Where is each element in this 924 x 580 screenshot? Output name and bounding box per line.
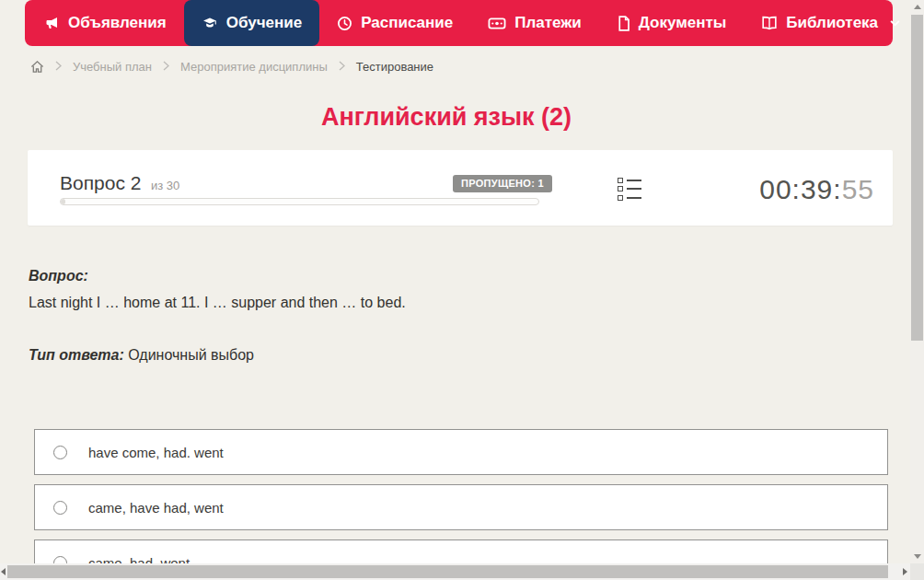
quiz-page: Объявления Обучение Расписание Платежи Д… [0,0,924,580]
answer-type-row: Тип ответа: Одиночный выбор [29,347,254,364]
horizontal-scrollbar[interactable] [0,563,910,580]
graduation-cap-icon [202,16,218,30]
nav-item-label: Расписание [361,14,453,32]
answer-option-1[interactable]: have come, had. went [34,429,888,475]
chevron-right-icon [55,60,62,74]
vertical-scrollbar-thumb[interactable] [911,15,923,341]
scroll-down-arrow[interactable] [914,554,921,559]
nav-item-library[interactable]: Библиотека [744,0,918,46]
timer-seconds: 55 [842,174,874,204]
megaphone-icon [44,16,60,30]
nav-item-documents[interactable]: Документы [599,0,745,46]
scroll-right-arrow[interactable] [903,568,907,575]
chevron-right-icon [339,60,345,74]
horizontal-scrollbar-thumb[interactable] [7,565,888,578]
nav-item-label: Платежи [514,14,582,32]
nav-item-label: Документы [639,14,727,32]
home-icon[interactable] [30,60,44,74]
timer-hours-minutes: 00:39: [759,174,841,204]
radio-button[interactable] [53,446,67,459]
nav-item-payments[interactable]: Платежи [470,0,599,46]
option-label: came, have had, went [88,500,224,516]
book-icon [761,16,778,30]
nav-item-label: Библиотека [786,14,878,32]
countdown-timer: 00:39:55 [759,174,874,205]
question-number: Вопрос 2 [60,172,141,193]
banknote-icon [488,17,506,30]
chevron-down-icon [890,19,900,27]
progress-fill [61,199,65,204]
main-navbar: Объявления Обучение Расписание Платежи Д… [25,0,893,46]
answer-options: have come, had. went came, have had, wen… [34,429,888,580]
question-text: Last night I … home at 11. I … supper an… [29,293,875,313]
scroll-left-arrow[interactable] [1,568,6,575]
question-heading: Вопрос: [29,268,875,284]
clock-icon [337,16,352,31]
nav-item-label: Обучение [226,14,302,32]
page-title: Английский язык (2) [0,103,893,132]
nav-item-schedule[interactable]: Расписание [319,0,470,46]
nav-item-label: Объявления [68,14,167,32]
document-icon [617,16,630,31]
answer-type-value: Одиночный выбор [128,347,254,363]
breadcrumb-testing: Тестирование [356,60,433,74]
scrollbar-corner [910,563,924,580]
question-counter: Вопрос 2 из 30 [60,172,179,194]
progress-bar [60,198,539,205]
option-label: have come, had. went [88,445,224,460]
answer-option-2[interactable]: came, have had, went [34,484,888,530]
nav-item-education[interactable]: Обучение [184,0,319,46]
question-list-button[interactable] [618,177,643,201]
question-block: Вопрос: Last night I … home at 11. I … s… [29,268,875,313]
question-total: из 30 [151,179,179,192]
skipped-badge: ПРОПУЩЕНО: 1 [453,175,552,192]
breadcrumb-curriculum[interactable]: Учебный план [73,60,152,74]
nav-item-announcements[interactable]: Объявления [27,0,184,46]
question-header-card: Вопрос 2 из 30 ПРОПУЩЕНО: 1 00:39:55 [28,150,893,226]
breadcrumb-discipline-event[interactable]: Мероприятие дисциплины [180,60,328,74]
vertical-scrollbar[interactable] [910,0,924,563]
scroll-up-arrow[interactable] [914,5,921,9]
breadcrumb: Учебный план Мероприятие дисциплины Тест… [30,57,433,75]
answer-type-label: Тип ответа: [29,347,124,363]
radio-button[interactable] [53,501,67,515]
chevron-right-icon [163,60,169,74]
